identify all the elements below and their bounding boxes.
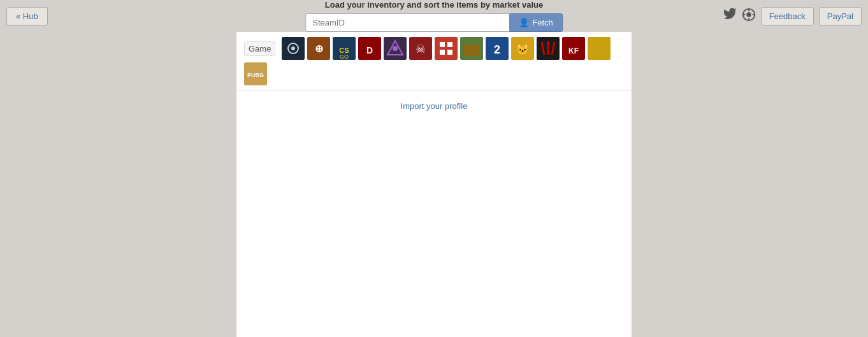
import-profile-link[interactable]: Import your profile [401, 101, 468, 111]
hub-button[interactable]: « Hub [6, 7, 48, 25]
game-icon-steam[interactable] [282, 37, 305, 60]
game-icon-portal[interactable] [384, 37, 407, 60]
svg-rect-24 [440, 50, 445, 55]
svg-text:GO: GO [340, 54, 349, 60]
svg-point-1 [746, 12, 751, 17]
svg-rect-25 [447, 50, 452, 55]
svg-text:🐱: 🐱 [516, 43, 529, 55]
svg-text:⊕: ⊕ [315, 43, 323, 54]
game-icon-claw[interactable] [537, 37, 560, 60]
svg-text:☠: ☠ [416, 43, 426, 55]
page-title: Load your inventory and sort the items b… [325, 0, 543, 10]
svg-text:2: 2 [494, 43, 500, 56]
game-icon-kf2[interactable]: KF [562, 37, 585, 60]
game-label: Game [244, 41, 275, 56]
main-content: Game ⊕ [236, 32, 632, 337]
steamid-input[interactable] [305, 13, 509, 32]
svg-point-41 [596, 45, 602, 52]
game-icon-csgo[interactable]: CS GO [333, 37, 356, 60]
import-link-container: Import your profile [236, 101, 632, 111]
feedback-button[interactable]: Feedback [761, 7, 814, 25]
svg-point-8 [291, 47, 295, 50]
svg-text:PUBG: PUBG [247, 72, 264, 78]
svg-rect-22 [440, 42, 445, 47]
left-panel [0, 32, 118, 337]
game-icon-blops[interactable]: 2 [486, 37, 509, 60]
paypal-button[interactable]: PayPal [819, 7, 862, 25]
svg-text:KF: KF [568, 47, 579, 55]
svg-point-18 [393, 46, 398, 51]
twitter-icon[interactable] [723, 8, 737, 25]
game-icon-skull[interactable]: ☠ [409, 37, 432, 60]
game-icon-pubg[interactable]: PUBG [244, 62, 267, 85]
steam-icon[interactable] [742, 8, 756, 25]
svg-rect-21 [435, 37, 458, 60]
game-icon-borderlands[interactable] [588, 37, 611, 60]
svg-rect-28 [464, 41, 479, 45]
game-icon-tf2[interactable]: ⊕ [307, 37, 330, 60]
person-icon: 👤 [519, 18, 529, 27]
right-panel [750, 32, 868, 337]
game-bar: Game ⊕ [236, 32, 632, 91]
svg-text:D: D [366, 45, 373, 55]
game-icon-minecraft[interactable] [460, 37, 483, 60]
game-icon-dota2[interactable]: D [358, 37, 381, 60]
fetch-button[interactable]: 👤 Fetch [509, 13, 563, 32]
game-icon-unturned[interactable] [435, 37, 458, 60]
game-icon-cat[interactable]: 🐱 [511, 37, 534, 60]
svg-rect-23 [447, 42, 452, 47]
